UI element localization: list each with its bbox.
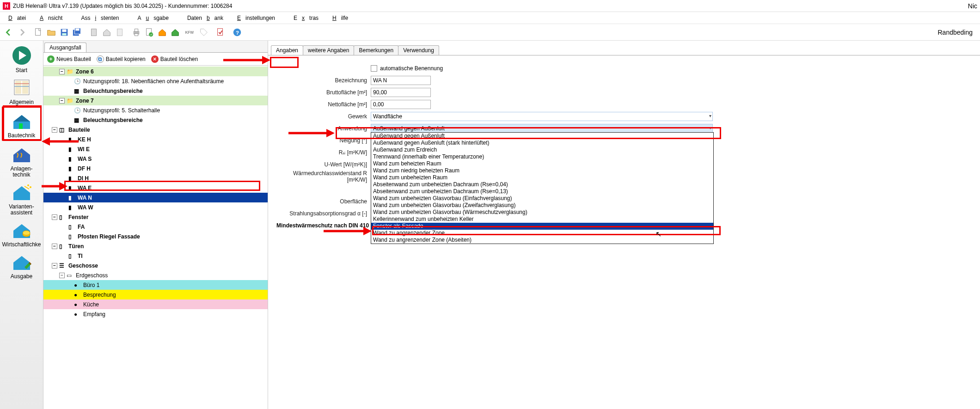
anwendung-option[interactable]: Wand zum unbeheizten Glasvorbau (Einfach… (371, 195, 713, 202)
anwendung-option[interactable]: Abseitenwand zum unbeheizten Dachraum (R… (371, 188, 713, 195)
tree-node-beleucht1[interactable]: ▦Beleuchtungsbereiche (43, 86, 268, 96)
new-file-button[interactable] (32, 26, 44, 38)
delete-bauteil-button[interactable]: ×Bauteil löschen (149, 55, 200, 64)
copy-bauteil-button[interactable]: ⧉Bauteil kopieren (95, 55, 147, 64)
tree-node-wi-e[interactable]: ▮WI E (43, 144, 268, 154)
anwendung-option[interactable]: Wand zu angrenzender Zone (Abseiten) (371, 237, 713, 244)
svg-point-26 (30, 186, 31, 188)
collapse-icon[interactable]: − (59, 69, 65, 74)
save-all-button[interactable] (71, 26, 83, 38)
sidebar-item-wirtschaftlichkeit[interactable]: Wirtschaftlichke (2, 217, 42, 249)
anwendung-option[interactable]: Außenwand zum Erdreich (371, 147, 713, 153)
menu-assistenten[interactable]: Assistenten (72, 13, 128, 23)
collapse-icon[interactable]: − (52, 244, 57, 249)
sidebar-item-variantenassistent[interactable]: Varianten- assistent (2, 179, 42, 217)
sidebar-item-start[interactable]: Start (2, 43, 42, 74)
tree-node-ti[interactable]: ▯TI (43, 251, 268, 261)
tree-node-ke-h[interactable]: ▮KE H (43, 134, 268, 144)
anwendung-option[interactable]: Trennwand (innerhalb einer Temperaturzon… (371, 153, 713, 160)
menu-extras[interactable]: Extras (284, 13, 328, 23)
save-button[interactable] (58, 26, 70, 38)
collapse-icon[interactable]: − (59, 273, 65, 278)
anwendung-option[interactable]: Außenwand gegen Außenluft (371, 133, 713, 140)
help-button[interactable]: ? (231, 26, 243, 38)
sidebar-label: Bautechnik (8, 133, 35, 139)
sidebar-item-allgemein[interactable]: Allgemein (2, 74, 42, 106)
collapse-icon[interactable]: − (52, 214, 57, 220)
anwendung-option[interactable]: Außenwand gegen Außenluft (stark hinterl… (371, 140, 713, 147)
tree-node-wa-s[interactable]: ▮WA S (43, 154, 268, 164)
tree-node-zone7-np[interactable]: 🕒Nutzungsprofil: 5. Schalterhalle (43, 105, 268, 115)
tab-ausgangsfall[interactable]: Ausgangsfall (44, 43, 86, 52)
window-icon: ▯ (59, 214, 67, 220)
back-button[interactable] (3, 26, 15, 38)
nettoflaeche-input[interactable] (371, 100, 431, 109)
print-button[interactable] (130, 26, 142, 38)
sidebar-item-bautechnik[interactable]: Bautechnik (2, 106, 42, 141)
menu-datei[interactable]: Datei (4, 13, 35, 23)
tree-node-empfang[interactable]: ●Empfang (43, 309, 268, 319)
kfw-button[interactable]: KFW (182, 26, 197, 38)
tree-node-zone7[interactable]: −📁Zone 7 (43, 96, 268, 105)
tree-node-fa[interactable]: ▯FA (43, 222, 268, 232)
house-grey-button[interactable] (101, 26, 113, 38)
tree-node-buero1[interactable]: ●Büro 1 (43, 280, 268, 290)
anwendung-option[interactable]: Wand zu angrenzender Zone (371, 230, 713, 237)
forward-button[interactable] (16, 26, 28, 38)
menu-ansicht[interactable]: Ansicht (35, 13, 72, 23)
anwendung-option[interactable]: Kellerinnenwand zum unbeheizten Keller (371, 216, 713, 223)
house-green-button[interactable] (169, 26, 181, 38)
collapse-icon[interactable]: − (59, 98, 65, 104)
collapse-icon[interactable]: − (52, 263, 57, 269)
anwendung-option[interactable]: Abseitenwand zum unbeheizten Dachraum (R… (371, 181, 713, 188)
tag-button[interactable] (198, 26, 210, 38)
house-orange-button[interactable] (156, 26, 168, 38)
doc-grey-button[interactable] (114, 26, 126, 38)
tree-node-bauteile[interactable]: −◫Bauteile (43, 125, 268, 134)
tree-node-di-h[interactable]: ▮DI H (43, 173, 268, 183)
menu-datenbank[interactable]: Datenbank (178, 13, 233, 23)
collapse-icon[interactable]: − (52, 127, 57, 133)
validate-button[interactable] (214, 26, 227, 38)
tree-node-besprechung[interactable]: ●Besprechung (43, 290, 268, 299)
tree-node-geschosse[interactable]: −☰Geschosse (43, 261, 268, 270)
anwendung-option[interactable]: Wand zum unbeheizten Glasvorbau (Zweifac… (371, 202, 713, 209)
tab-weitere-angaben[interactable]: weitere Angaben (303, 45, 354, 55)
bezeichnung-input[interactable] (371, 76, 431, 85)
tree-node-beleucht2[interactable]: ▦Beleuchtungsbereiche (43, 115, 268, 125)
bruttoflaeche-input[interactable] (371, 88, 431, 97)
tree-node-tueren[interactable]: −▯Türen (43, 241, 268, 251)
sidebar-item-anlagentechnik[interactable]: Anlagen- technik (2, 141, 42, 179)
tab-verwendung[interactable]: Verwendung (398, 45, 439, 55)
new-bauteil-button[interactable]: +Neues Bauteil (45, 55, 93, 64)
clipboard-button[interactable] (88, 26, 100, 38)
tree-node-zone6[interactable]: −📁Zone 6 (43, 67, 268, 76)
tree[interactable]: −📁Zone 6 🕒Nutzungsprofil: 18. Nebenfläch… (43, 66, 268, 409)
tree-node-kueche[interactable]: ●Küche (43, 299, 268, 309)
menu-ausgabe[interactable]: Ausgabe (128, 13, 178, 23)
tree-node-wa-n[interactable]: ▮WA N (43, 193, 268, 202)
tree-node-wa-e[interactable]: ▮WA E (43, 183, 268, 193)
tab-angaben[interactable]: Angaben (271, 45, 303, 55)
sidebar-item-ausgabe[interactable]: Ausgabe (2, 249, 42, 281)
auto-naming-checkbox[interactable] (371, 65, 377, 72)
tab-bemerkungen[interactable]: Bemerkungen (354, 45, 398, 55)
tree-node-fenster[interactable]: −▯Fenster (43, 212, 268, 222)
menu-einstellungen[interactable]: Einstellungen (233, 13, 284, 23)
anwendung-dropdown[interactable]: Außenwand gegen AußenluftAußenwand gegen… (371, 132, 714, 244)
tree-node-erdgeschoss[interactable]: −▭Erdgeschoss (43, 270, 268, 280)
anwendung-option[interactable]: Fenster als Fassade (371, 223, 713, 230)
anwendung-option[interactable]: Wand zum unbeheizten Raum (371, 174, 713, 181)
tree-node-pfosten[interactable]: ▯Pfosten Riegel Fassade (43, 232, 268, 241)
doc-check-button[interactable] (143, 26, 155, 38)
anwendung-option[interactable]: Wand zum unbeheizten Glasvorbau (Wärmesc… (371, 209, 713, 216)
tree-node-wa-w[interactable]: ▮WA W (43, 202, 268, 212)
menu-hilfe[interactable]: Hilfe (328, 13, 357, 23)
gewerk-combo[interactable]: Wandfläche▾ (371, 112, 713, 121)
anwendung-combo[interactable]: Außenwand gegen Außenluft▾ (371, 124, 713, 133)
anwendung-option[interactable]: Wand zum niedrig beheizten Raum (371, 167, 713, 174)
tree-node-zone6-np[interactable]: 🕒Nutzungsprofil: 18. Nebenflächen ohne A… (43, 76, 268, 86)
anwendung-option[interactable]: Wand zum beheizten Raum (371, 160, 713, 167)
tree-node-df-h[interactable]: ▮DF H (43, 164, 268, 173)
open-file-button[interactable] (45, 26, 57, 38)
